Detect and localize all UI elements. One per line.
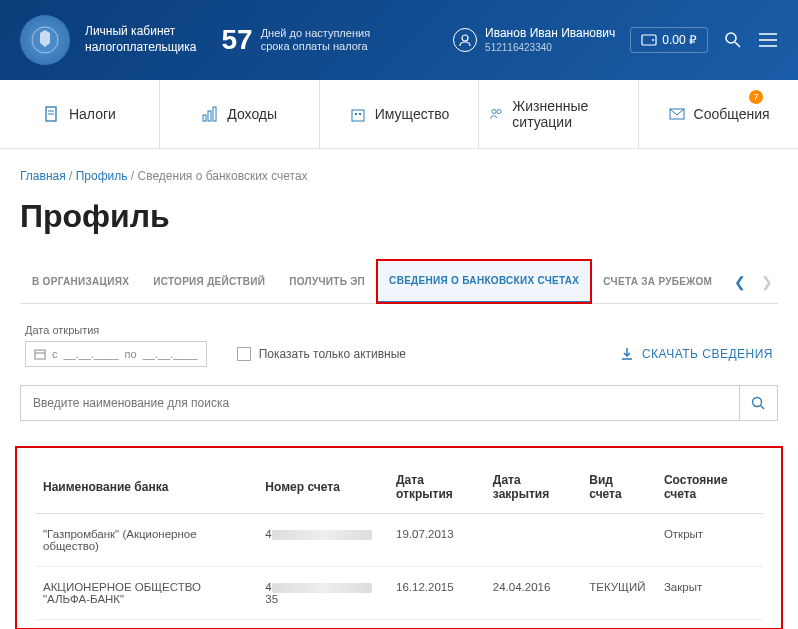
svg-line-5 bbox=[735, 42, 740, 47]
magnifier-icon bbox=[751, 396, 766, 411]
download-icon bbox=[620, 347, 634, 361]
redacted-account bbox=[272, 530, 372, 540]
th-status: Состояние счета bbox=[656, 461, 763, 514]
svg-rect-21 bbox=[35, 350, 45, 359]
svg-point-23 bbox=[753, 397, 762, 406]
page-content: Главная / Профиль / Сведения о банковски… bbox=[0, 149, 798, 629]
th-bank: Наименование банка bbox=[35, 461, 257, 514]
app-title: Личный кабинет налогоплательщика bbox=[85, 24, 196, 55]
svg-line-24 bbox=[761, 405, 765, 409]
cell-type: ТЕКУЩИЙ bbox=[581, 567, 656, 620]
cell-type bbox=[581, 514, 656, 567]
tab-history[interactable]: ИСТОРИЯ ДЕЙСТВИЙ bbox=[141, 261, 277, 302]
wallet-icon bbox=[641, 34, 657, 46]
nav-messages[interactable]: Сообщения 7 bbox=[639, 80, 798, 148]
table-row: "Газпромбанк" (Акционерное общество)419.… bbox=[35, 514, 763, 567]
cell-close bbox=[485, 514, 581, 567]
redacted-account bbox=[272, 583, 372, 593]
cell-bank: АКЦИОНЕРНОЕ ОБЩЕСТВО "АЛЬФА-БАНК" bbox=[35, 567, 257, 620]
tab-prev-icon[interactable]: ❮ bbox=[734, 274, 746, 290]
main-nav: Налоги Доходы Имущество Жизненные ситуац… bbox=[0, 80, 798, 149]
breadcrumb-home[interactable]: Главная bbox=[20, 169, 66, 183]
tax-countdown: 57 Дней до наступления срока оплаты нало… bbox=[221, 24, 370, 56]
th-open: Дата открытия bbox=[388, 461, 485, 514]
download-button[interactable]: СКАЧАТЬ СВЕДЕНИЯ bbox=[620, 347, 773, 367]
table-row: АКЦИОНЕРНОЕ ОБЩЕСТВО "АЛЬФА-БАНК"43516.1… bbox=[35, 567, 763, 620]
cell-bank: "Газпромбанк" (Акционерное общество) bbox=[35, 514, 257, 567]
breadcrumb: Главная / Профиль / Сведения о банковски… bbox=[20, 169, 778, 183]
svg-point-1 bbox=[462, 35, 468, 41]
bars-icon bbox=[201, 105, 219, 123]
svg-rect-14 bbox=[213, 107, 216, 121]
people-icon bbox=[489, 105, 504, 123]
th-close: Дата закрытия bbox=[485, 461, 581, 514]
svg-rect-15 bbox=[352, 110, 364, 121]
cell-status: Закрыт bbox=[656, 567, 763, 620]
search-bar bbox=[20, 385, 778, 421]
nav-taxes[interactable]: Налоги bbox=[0, 80, 160, 148]
user-avatar-icon bbox=[453, 28, 477, 52]
svg-point-3 bbox=[652, 39, 654, 41]
checkbox-icon bbox=[237, 347, 251, 361]
app-header: Личный кабинет налогоплательщика 57 Дней… bbox=[0, 0, 798, 80]
envelope-icon bbox=[668, 105, 686, 123]
th-type: Вид счета bbox=[581, 461, 656, 514]
profile-tabs: В ОРГАНИЗАЦИЯХ ИСТОРИЯ ДЕЙСТВИЙ ПОЛУЧИТЬ… bbox=[20, 260, 778, 304]
accounts-table: Наименование банка Номер счета Дата откр… bbox=[35, 461, 763, 620]
nav-property[interactable]: Имущество bbox=[320, 80, 480, 148]
svg-rect-16 bbox=[355, 113, 357, 115]
svg-rect-17 bbox=[359, 113, 361, 115]
breadcrumb-profile[interactable]: Профиль bbox=[76, 169, 128, 183]
tab-scroll-nav: ❮ ❯ bbox=[724, 274, 783, 290]
tab-bank-accounts[interactable]: СВЕДЕНИЯ О БАНКОВСКИХ СЧЕТАХ bbox=[377, 260, 591, 303]
tab-next-icon[interactable]: ❯ bbox=[761, 274, 773, 290]
menu-icon[interactable] bbox=[758, 30, 778, 50]
tab-foreign-accounts[interactable]: СЧЕТА ЗА РУБЕЖОМ bbox=[591, 261, 724, 302]
svg-point-19 bbox=[497, 109, 501, 113]
svg-point-4 bbox=[726, 33, 736, 43]
date-range-input[interactable]: с __.__.____ по __.__.____ bbox=[25, 341, 207, 367]
cell-account: 435 bbox=[257, 567, 388, 620]
page-title: Профиль bbox=[20, 198, 778, 235]
user-info: Иванов Иван Иванович 512116423340 bbox=[485, 26, 615, 55]
search-button[interactable] bbox=[739, 386, 777, 420]
nav-income[interactable]: Доходы bbox=[160, 80, 320, 148]
cell-open: 19.07.2013 bbox=[388, 514, 485, 567]
building-icon bbox=[349, 105, 367, 123]
fns-logo bbox=[20, 15, 70, 65]
active-only-checkbox[interactable]: Показать только активные bbox=[237, 347, 406, 367]
user-menu[interactable]: Иванов Иван Иванович 512116423340 bbox=[453, 26, 615, 55]
document-icon bbox=[43, 105, 61, 123]
cell-open: 16.12.2015 bbox=[388, 567, 485, 620]
filters-row: Дата открытия с __.__.____ по __.__.____… bbox=[20, 324, 778, 367]
svg-rect-12 bbox=[203, 115, 206, 121]
cell-account: 4 bbox=[257, 514, 388, 567]
search-input[interactable] bbox=[21, 386, 739, 420]
cell-status: Открыт bbox=[656, 514, 763, 567]
countdown-number: 57 bbox=[221, 24, 252, 56]
breadcrumb-current: Сведения о банковских счетах bbox=[138, 169, 308, 183]
messages-badge: 7 bbox=[749, 90, 763, 104]
svg-rect-13 bbox=[208, 111, 211, 121]
svg-point-18 bbox=[492, 109, 496, 113]
countdown-label: Дней до наступления срока оплаты налога bbox=[261, 27, 370, 53]
accounts-table-wrap: Наименование банка Номер счета Дата откр… bbox=[20, 451, 778, 625]
date-open-filter: Дата открытия с __.__.____ по __.__.____ bbox=[25, 324, 207, 367]
tab-signature[interactable]: ПОЛУЧИТЬ ЭП bbox=[277, 261, 377, 302]
search-icon[interactable] bbox=[723, 30, 743, 50]
cell-close: 24.04.2016 bbox=[485, 567, 581, 620]
th-account: Номер счета bbox=[257, 461, 388, 514]
wallet-button[interactable]: 0.00 ₽ bbox=[630, 27, 708, 53]
calendar-icon bbox=[34, 348, 46, 360]
nav-situations[interactable]: Жизненные ситуации bbox=[479, 80, 639, 148]
tab-organizations[interactable]: В ОРГАНИЗАЦИЯХ bbox=[20, 261, 141, 302]
